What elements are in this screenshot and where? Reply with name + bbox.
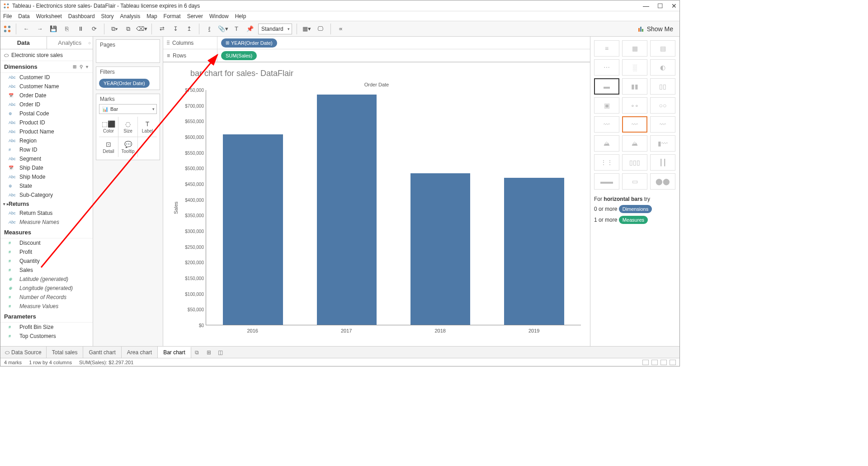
field-measure-names[interactable]: AbcMeasure Names (0, 218, 93, 227)
showme-text-table[interactable]: ≡ (594, 40, 619, 57)
field-segment[interactable]: AbcSegment (0, 154, 93, 163)
swap-button[interactable]: ⇄ (156, 24, 167, 34)
viz-title[interactable]: bar chart for sales- DataFlair (190, 69, 581, 78)
field-order-id[interactable]: AbcOrder ID (0, 100, 93, 109)
menu-data[interactable]: Data (18, 13, 29, 19)
field-ship-mode[interactable]: AbcShip Mode (0, 172, 93, 181)
showme-hbar[interactable]: ▬ (594, 78, 619, 95)
sort-asc-button[interactable]: ↧ (170, 24, 181, 34)
showme-filled-map[interactable]: ░ (622, 59, 647, 76)
cards-button[interactable]: ▦▾ (302, 24, 312, 34)
sheet-total-sales[interactable]: Total sales (47, 347, 84, 358)
filter-pill-year[interactable]: YEAR(Order Date) (99, 79, 150, 88)
showme-scatter[interactable]: ⋮⋮ (594, 154, 619, 171)
show-me-button[interactable]: Show Me (634, 25, 677, 33)
highlight-button[interactable]: ℓ (204, 24, 215, 34)
view-mini-4[interactable] (670, 360, 676, 365)
showme-line-cont[interactable]: 〰 (594, 116, 619, 133)
undo-button[interactable]: ← (21, 24, 32, 34)
menu-help[interactable]: Help (235, 13, 246, 19)
field-number-of-records[interactable]: #Number of Records (0, 293, 93, 302)
clear-button[interactable]: ⌫▾ (136, 24, 147, 34)
new-datasource-button[interactable]: ⎘ (61, 24, 72, 34)
share-button[interactable]: ∝ (335, 24, 346, 34)
field-latitude-generated-[interactable]: ⊕Latitude (generated) (0, 275, 93, 284)
field-top-customers[interactable]: #Top Customers (0, 332, 93, 341)
mark-type-select[interactable]: 📊 Bar (99, 104, 157, 114)
tab-data[interactable]: Data (0, 37, 47, 49)
save-button[interactable]: 💾 (48, 24, 59, 34)
showme-highlight-table[interactable]: ▤ (650, 40, 675, 57)
field-customer-id[interactable]: AbcCustomer ID (0, 73, 93, 82)
chart-plot[interactable] (206, 90, 581, 325)
field-return-status[interactable]: AbcReturn Status (0, 209, 93, 218)
tableau-start-icon[interactable] (3, 25, 11, 33)
showme-boxplot[interactable]: ┃┃ (650, 154, 675, 171)
field-discount[interactable]: #Discount (0, 238, 93, 247)
group-button[interactable]: 📎▾ (217, 24, 228, 34)
showme-pie[interactable]: ◐ (650, 59, 675, 76)
run-update-button[interactable]: ⟳ (89, 24, 99, 34)
datasource-item[interactable]: ⬭ Electronic store sales (0, 49, 93, 61)
field-state[interactable]: ⊕State (0, 181, 93, 190)
showme-circle-views[interactable]: ∘∘ (622, 97, 647, 114)
field-longitude-generated-[interactable]: ⊕Longitude (generated) (0, 284, 93, 293)
bar-2019[interactable] (504, 178, 564, 325)
menu-dashboard[interactable]: Dashboard (68, 13, 95, 19)
columns-shelf[interactable]: ⦙⦙⦙Columns ⊞YEAR(Order Date) (163, 37, 590, 49)
showme-area-disc[interactable]: ⛰ (622, 135, 647, 152)
showme-bullet[interactable]: ▭ (622, 173, 647, 190)
mark-tooltip[interactable]: 💬Tooltip (118, 137, 137, 157)
datasource-tab[interactable]: ⬭ Data Source (0, 347, 47, 358)
field-profit-bin-size[interactable]: #Profit Bin Size (0, 323, 93, 332)
menu-window[interactable]: Window (209, 13, 229, 19)
showme-gantt[interactable]: ▬▬ (594, 173, 619, 190)
menu-map[interactable]: Map (146, 13, 157, 19)
view-mini-1[interactable] (642, 360, 649, 365)
showme-packed-bubble[interactable]: ⬤⬤ (650, 173, 675, 190)
showme-heatmap[interactable]: ▦ (622, 40, 647, 57)
showme-line-disc[interactable]: 〰 (622, 116, 647, 133)
sheet-area-chart[interactable]: Area chart (122, 347, 158, 358)
menu-file[interactable]: File (3, 13, 12, 19)
mark-color[interactable]: ⬚⬛Color (99, 117, 118, 137)
bar-2017[interactable] (317, 95, 377, 325)
rows-pill[interactable]: SUM(Sales) (221, 51, 257, 60)
presentation-button[interactable]: 🖵 (315, 24, 326, 34)
returns-group[interactable]: ▾ ▸Returns (0, 200, 93, 209)
filters-shelf[interactable]: YEAR(Order Date) (96, 77, 160, 90)
maximize-button[interactable]: ☐ (657, 2, 663, 10)
tab-analytics[interactable]: Analytics○ (47, 37, 93, 49)
field-row-id[interactable]: #Row ID (0, 145, 93, 154)
bar-2018[interactable] (410, 173, 471, 325)
pin-button[interactable]: 📌 (245, 24, 255, 34)
mark-label[interactable]: TLabel (138, 117, 157, 137)
labels-button[interactable]: T (231, 24, 242, 34)
menu-format[interactable]: Format (164, 13, 181, 19)
menu-story[interactable]: Story (101, 13, 114, 19)
field-measure-values[interactable]: #Measure Values (0, 302, 93, 311)
showme-treemap[interactable]: ▣ (594, 97, 619, 114)
minimize-button[interactable]: — (643, 2, 649, 10)
showme-stacked-bar[interactable]: ▮▮ (622, 78, 647, 95)
view-mini-2[interactable] (651, 360, 658, 365)
showme-dual-line[interactable]: 〰 (650, 116, 675, 133)
field-sub-category[interactable]: AbcSub-Category (0, 190, 93, 200)
showme-area-cont[interactable]: ⛰ (594, 135, 619, 152)
rows-shelf[interactable]: ≡Rows SUM(Sales) (163, 49, 590, 62)
showme-histogram[interactable]: ▯▯▯ (622, 154, 647, 171)
columns-pill[interactable]: ⊞YEAR(Order Date) (221, 38, 277, 48)
sort-desc-button[interactable]: ↥ (184, 24, 194, 34)
new-story-button[interactable]: ◫ (215, 349, 226, 356)
field-profit[interactable]: #Profit (0, 247, 93, 257)
bar-2016[interactable] (223, 134, 283, 325)
field-postal-code[interactable]: ⊕Postal Code (0, 109, 93, 118)
menu-worksheet[interactable]: Worksheet (36, 13, 62, 19)
field-ship-date[interactable]: 📅Ship Date (0, 163, 93, 172)
field-order-date[interactable]: 📅Order Date (0, 91, 93, 100)
showme-side-circle[interactable]: ○○ (650, 97, 675, 114)
close-button[interactable]: ✕ (671, 2, 677, 10)
menu-server[interactable]: Server (187, 13, 203, 19)
redo-button[interactable]: → (34, 24, 45, 34)
field-customer-name[interactable]: AbcCustomer Name (0, 82, 93, 91)
